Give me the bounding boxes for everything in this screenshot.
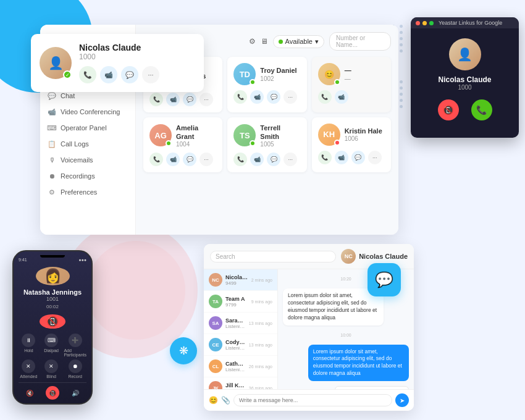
status-badge[interactable]: Available ▾ (273, 35, 324, 48)
sidebar-item-operator[interactable]: ⌨ Operator Panel (40, 120, 135, 136)
phone-bottom-speaker: 🔊 (69, 386, 82, 400)
chat-btn-0[interactable]: 💬 (183, 93, 196, 106)
more-btn-0[interactable]: ··· (200, 93, 213, 106)
chat-list-item-5[interactable]: JK Jill Karr Listening to it 36 mins ago (204, 377, 277, 389)
more-btn-1[interactable]: ··· (284, 90, 297, 104)
win-maximize-dot (429, 21, 434, 25)
chat-search-placeholder: Search (216, 253, 235, 260)
phone-btn-1[interactable]: 📞 (233, 90, 247, 104)
contact-card-4: TS Terrell Smith 1005 📞 📹 💬 ··· (227, 117, 306, 173)
contact-name-3: Amelia Grant (176, 124, 216, 141)
chat-list-item-2[interactable]: SA Sarah Arnold Listening to it 13 mins … (204, 313, 277, 334)
phone-btn-0[interactable]: 📞 (149, 93, 163, 106)
msg-timestamp-1: 10:00 (283, 333, 409, 337)
sidebar-item-calllogs[interactable]: 📋 Call Logs (40, 136, 135, 152)
mute-icon[interactable]: 🔇 (23, 386, 36, 400)
chat-send-button[interactable]: ➤ (395, 393, 409, 407)
chat-list-item-3[interactable]: CE Cody Easton Listening to it 13 mins a… (204, 334, 277, 356)
chat-list-item-0[interactable]: NC Nicolas Claude 9499 2 mins ago (204, 269, 277, 291)
chat-list-item-4[interactable]: CL Catherine Lord Listening Forward to i… (204, 356, 277, 377)
more-btn-3[interactable]: ··· (200, 153, 213, 166)
operator-icon: ⌨ (48, 124, 56, 132)
phone-bottom-bar: 🔇 📵 🔊 (19, 382, 86, 400)
attachment-btn[interactable]: 📎 (221, 396, 230, 405)
chat-search-input[interactable]: Search (210, 251, 336, 262)
chat-active-name: Nicolas Claude (359, 253, 408, 260)
call-window: Yeastar Linkus for Google 👤 Nicolas Clau… (411, 17, 519, 138)
chat-btn-1[interactable]: 💬 (267, 90, 280, 104)
win-minimize-dot (422, 21, 427, 25)
win-title: Yeastar Linkus for Google (439, 20, 502, 26)
call-end-button[interactable]: 📵 (438, 99, 459, 120)
chat-list-item-1[interactable]: TA Team A 9799 9 mins ago (204, 291, 277, 313)
video-btn-5[interactable]: 📹 (335, 151, 348, 164)
status-indicator-5 (334, 140, 340, 146)
video-btn-4[interactable]: 📹 (250, 153, 264, 166)
chat-list-preview-4: Listening Forward to it (225, 367, 246, 372)
call-accept-button[interactable]: 📞 (471, 99, 492, 120)
profile-video-btn[interactable]: 📹 (100, 66, 117, 83)
contact-name-2: — (345, 66, 351, 75)
chat-icon: 💬 (48, 91, 56, 100)
chat-btn-4[interactable]: 💬 (267, 153, 280, 166)
phone-btn-2[interactable]: 📞 (318, 90, 332, 104)
phone-ctrl-record: ⏺ Record (64, 359, 86, 379)
chat-app-floating-icon[interactable]: 💬 (368, 263, 401, 296)
record-icon[interactable]: ⏺ (69, 359, 82, 373)
chat-avatar-0: NC (209, 273, 222, 287)
call-window-header: Yeastar Linkus for Google (411, 17, 519, 28)
contact-card-5: KH Kristin Hale 1006 📞 📹 💬 ··· (312, 117, 391, 173)
phone-btn-3[interactable]: 📞 (149, 153, 163, 166)
settings-btn[interactable]: ⚙ (249, 37, 256, 46)
add-participants-icon[interactable]: ➕ (69, 334, 82, 347)
emoji-btn[interactable]: 😊 (209, 396, 218, 405)
more-btn-5[interactable]: ··· (368, 151, 382, 164)
chat-input-field[interactable] (233, 394, 392, 406)
profile-popup: 👤 ✓ Nicolas Claude 1000 📞 📹 💬 ··· (31, 34, 204, 92)
chat-btn-3[interactable]: 💬 (183, 153, 196, 166)
profile-more-btn[interactable]: ··· (142, 66, 159, 83)
voicemails-icon: 🎙 (48, 156, 56, 164)
sidebar-item-recordings[interactable]: ⏺ Recordings (40, 168, 135, 184)
status-label: Available (285, 38, 313, 45)
search-bar[interactable]: Number or Name... (329, 32, 391, 51)
chat-list-preview-0: 9499 (225, 280, 248, 286)
sidebar-label-chat: Chat (61, 92, 75, 99)
hold-icon[interactable]: ⏸ (22, 334, 35, 347)
msg-bubble-sent-0: Lorem ipsum dolor sit amet, consectetur … (308, 345, 409, 382)
msg-bubble-received-0: Lorem ipsum dolor sit amet, consectetur … (283, 288, 384, 326)
sidebar-item-video[interactable]: 📹 Video Conferencing (40, 104, 135, 120)
dialpad-icon[interactable]: ⌨ (44, 334, 58, 347)
chat-avatar-4: CL (209, 359, 222, 373)
video-btn-2[interactable]: 📹 (335, 90, 348, 104)
video-btn-1[interactable]: 📹 (250, 90, 264, 104)
bottom-end-icon[interactable]: 📵 (46, 386, 59, 400)
phone-end-button[interactable]: 📵 (40, 314, 65, 329)
phone-btn-5[interactable]: 📞 (318, 151, 332, 164)
phone-btn-4[interactable]: 📞 (233, 153, 247, 166)
phone-mockup: 9:41 ●●● 👩 Natasha Jennings 1001 00:02 📵… (12, 250, 93, 405)
sidebar-item-voicemails[interactable]: 🎙 Voicemails (40, 152, 135, 168)
phone-status-bar: 9:41 ●●● (19, 258, 86, 262)
blind-icon[interactable]: ✕ (44, 359, 58, 373)
contact-ext-4: 1005 (260, 141, 300, 148)
profile-ext: 1000 (79, 52, 159, 61)
status-indicator-2 (334, 79, 340, 85)
sidebar-item-preferences[interactable]: ⚙ Preferences (40, 184, 135, 200)
status-indicator-3 (166, 140, 172, 146)
chat-btn-5[interactable]: 💬 (351, 151, 365, 164)
profile-phone-btn[interactable]: 📞 (79, 66, 96, 83)
chat-active-avatar: NC (341, 249, 356, 264)
attended-icon[interactable]: ✕ (22, 359, 35, 373)
more-btn-4[interactable]: ··· (284, 153, 297, 166)
speaker-icon[interactable]: 🔊 (69, 386, 82, 400)
video-btn-0[interactable]: 📹 (166, 93, 180, 106)
contact-ext-5: 1006 (345, 135, 382, 142)
monitor-icon[interactable]: 🖥 (261, 37, 268, 46)
chat-input-bar: 😊 📎 ➤ (204, 389, 414, 411)
profile-chat-btn[interactable]: 💬 (121, 66, 138, 83)
chat-list-time-2: 13 mins ago (249, 321, 272, 326)
contact-card-2: 😊 — — 📞 📹 (312, 57, 391, 112)
video-btn-3[interactable]: 📹 (166, 153, 180, 166)
chat-list-preview-3: Listening to it (225, 345, 246, 351)
